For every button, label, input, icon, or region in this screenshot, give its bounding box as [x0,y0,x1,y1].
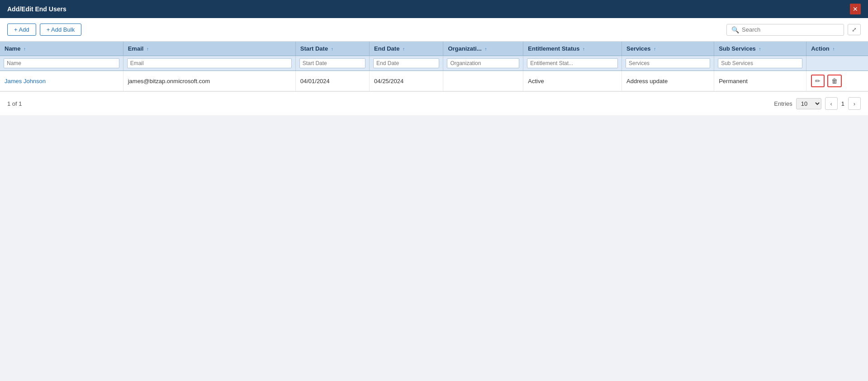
filter-action-cell [806,56,868,71]
current-page: 1 [841,100,844,107]
table-container: Name ↑ Email ↑ Start Date ↑ End Date ↑ O… [0,42,868,91]
cell-organization [443,71,523,91]
filter-start-date-cell [295,56,369,71]
close-button[interactable]: ✕ [850,4,861,14]
sort-email-icon: ↑ [147,47,149,52]
end-users-table: Name ↑ Email ↑ Start Date ↑ End Date ↑ O… [0,42,868,91]
sort-org-icon: ↑ [484,47,487,52]
col-header-entitlement-status[interactable]: Entitlement Status ↑ [523,42,622,56]
next-page-button[interactable]: › [848,97,861,110]
prev-page-icon: ‹ [830,100,832,107]
filter-services-input[interactable] [626,58,710,68]
sort-end-icon: ↑ [403,47,405,52]
filter-end-date-cell [370,56,443,71]
search-box: 🔍 [726,24,844,36]
sort-entitlement-icon: ↑ [583,47,585,52]
sort-action-icon: ↑ [832,47,835,52]
col-header-end-date[interactable]: End Date ↑ [370,42,443,56]
cell-entitlement-status: Active [523,71,622,91]
sort-services-icon: ↑ [654,47,656,52]
filter-end-date-input[interactable] [373,58,439,68]
col-header-organization[interactable]: Organizati... ↑ [443,42,523,56]
col-header-sub-services[interactable]: Sub Services ↑ [714,42,806,56]
filter-services-cell [622,56,714,71]
action-buttons: ✏ 🗑 [811,75,863,87]
col-header-action[interactable]: Action ↑ [806,42,868,56]
filter-name-cell [0,56,123,71]
toolbar-left: + Add + Add Bulk [7,24,81,36]
cell-end-date: 04/25/2024 [370,71,443,91]
edit-icon: ✏ [815,77,821,85]
search-icon: 🔍 [731,26,739,33]
add-bulk-button[interactable]: + Add Bulk [40,24,82,36]
export-icon: ⤢ [852,26,857,33]
filter-entitlement-cell [523,56,622,71]
filter-sub-services-input[interactable] [718,58,802,68]
col-header-services[interactable]: Services ↑ [622,42,714,56]
add-button[interactable]: + Add [7,24,36,36]
filter-email-input[interactable] [127,58,292,68]
sort-start-icon: ↑ [331,47,333,52]
table-header-row: Name ↑ Email ↑ Start Date ↑ End Date ↑ O… [0,42,868,56]
next-page-icon: › [854,100,855,107]
export-button[interactable]: ⤢ [848,24,861,35]
search-input[interactable] [742,26,839,33]
title-bar-text: Add/Edit End Users [7,5,66,13]
cell-name: James Johnson [0,71,123,91]
pagination-info: 1 of 1 [7,100,22,107]
prev-page-button[interactable]: ‹ [825,97,838,110]
footer: 1 of 1 Entries 10 25 50 100 ‹ 1 › [0,91,868,115]
entries-select[interactable]: 10 25 50 100 [796,98,821,109]
toolbar-right: 🔍 ⤢ [726,24,861,36]
table-row: James Johnson james@bitzap.onmicrosoft.c… [0,71,868,91]
delete-icon: 🗑 [831,77,838,85]
cell-start-date: 04/01/2024 [295,71,369,91]
sort-sub-icon: ↑ [759,47,761,52]
title-bar: Add/Edit End Users ✕ [0,0,868,18]
filter-start-date-input[interactable] [299,58,365,68]
col-header-name[interactable]: Name ↑ [0,42,123,56]
pagination: Entries 10 25 50 100 ‹ 1 › [774,97,861,110]
col-header-start-date[interactable]: Start Date ↑ [295,42,369,56]
delete-button[interactable]: 🗑 [827,75,842,87]
edit-button[interactable]: ✏ [811,75,825,87]
cell-services: Address update [622,71,714,91]
filter-organization-input[interactable] [447,58,519,68]
cell-email: james@bitzap.onmicrosoft.com [123,71,295,91]
filter-sub-services-cell [714,56,806,71]
table-body: James Johnson james@bitzap.onmicrosoft.c… [0,71,868,91]
toolbar: + Add + Add Bulk 🔍 ⤢ [0,18,868,42]
entries-label: Entries [774,100,792,107]
col-header-email[interactable]: Email ↑ [123,42,295,56]
filter-name-input[interactable] [4,58,119,68]
filter-organization-cell [443,56,523,71]
filter-entitlement-input[interactable] [527,58,618,68]
user-name-link[interactable]: James Johnson [5,78,46,85]
cell-action: ✏ 🗑 [806,71,868,91]
sort-name-icon: ↑ [24,47,26,52]
filter-email-cell [123,56,295,71]
cell-sub-services: Permanent [714,71,806,91]
table-filter-row [0,56,868,71]
